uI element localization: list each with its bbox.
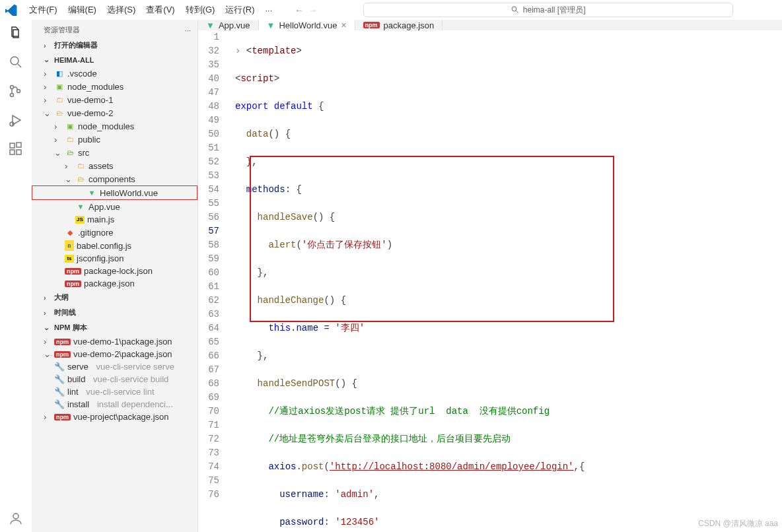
extensions-icon[interactable] bbox=[8, 141, 24, 157]
npm-serve[interactable]: 🔧serve vue-cli-service serve bbox=[32, 360, 197, 373]
menu-select[interactable]: 选择(S) bbox=[103, 3, 139, 17]
tree-src[interactable]: ⌄🗁src bbox=[32, 146, 197, 159]
tree-main-js[interactable]: JSmain.js bbox=[32, 213, 197, 226]
menu-file[interactable]: 文件(F) bbox=[25, 3, 61, 17]
watermark: CSDN @清风微凉 aaa bbox=[698, 518, 778, 529]
tree-package-json[interactable]: npmpackage.json bbox=[32, 277, 197, 290]
tree-vscode[interactable]: ›◧.vscode bbox=[32, 67, 197, 80]
tree-babel[interactable]: Bbabel.config.js bbox=[32, 239, 197, 252]
editor: ▼App.vue ▼HelloWorld.vue× npmpackage.jso… bbox=[198, 20, 782, 532]
sidebar: 资源管理器··· ›打开的编辑器 ⌄HEIMA-ALL ›◧.vscode ›▣… bbox=[32, 20, 198, 532]
tab-hello[interactable]: ▼HelloWorld.vue× bbox=[259, 20, 355, 30]
npm-build[interactable]: 🔧build vue-cli-service build bbox=[32, 373, 197, 385]
tree-vue-demo-1[interactable]: ›🗀vue-demo-1 bbox=[32, 93, 197, 106]
code[interactable]: › <template> <script> export default { d… bbox=[230, 30, 782, 532]
search-activity-icon[interactable] bbox=[8, 54, 24, 70]
workspace-section[interactable]: ⌄HEIMA-ALL bbox=[32, 53, 197, 67]
menubar: 文件(F) 编辑(E) 选择(S) 查看(V) 转到(G) 运行(R) ··· … bbox=[0, 0, 782, 20]
tree-assets[interactable]: ›🗀assets bbox=[32, 159, 197, 172]
svg-point-12 bbox=[13, 514, 18, 519]
tree-public[interactable]: ›🗀public bbox=[32, 133, 197, 146]
svg-rect-11 bbox=[17, 143, 21, 147]
tree-package-lock[interactable]: npmpackage-lock.json bbox=[32, 265, 197, 277]
nav-back-icon[interactable]: ← bbox=[295, 5, 303, 15]
tree-components[interactable]: ⌄🗁components bbox=[32, 172, 197, 185]
npm-install[interactable]: 🔧install install dependenci... bbox=[32, 398, 197, 411]
search-icon bbox=[511, 6, 519, 14]
nav-forward-icon[interactable]: → bbox=[308, 5, 317, 15]
git-icon[interactable] bbox=[8, 83, 24, 99]
menu-more[interactable]: ··· bbox=[261, 4, 276, 17]
account-icon[interactable] bbox=[8, 511, 24, 527]
svg-rect-8 bbox=[10, 143, 15, 148]
npm-lint[interactable]: 🔧lint vue-cli-service lint bbox=[32, 385, 197, 398]
svg-line-1 bbox=[516, 11, 518, 13]
menu-view[interactable]: 查看(V) bbox=[142, 3, 178, 17]
npm-pkg2[interactable]: ⌄npmvue-demo-2\package.json bbox=[32, 348, 197, 360]
svg-point-6 bbox=[17, 90, 20, 93]
tab-app[interactable]: ▼App.vue bbox=[198, 20, 259, 30]
svg-point-4 bbox=[11, 86, 14, 89]
debug-icon[interactable] bbox=[8, 112, 24, 128]
tree-node-modules-root[interactable]: ›▣node_modules bbox=[32, 80, 197, 93]
menu-run[interactable]: 运行(R) bbox=[221, 3, 258, 17]
menu-goto[interactable]: 转到(G) bbox=[182, 3, 219, 17]
tabs: ▼App.vue ▼HelloWorld.vue× npmpackage.jso… bbox=[198, 20, 782, 30]
svg-rect-9 bbox=[10, 150, 15, 154]
npm-pkg1[interactable]: ›npmvue-demo-1\package.json bbox=[32, 335, 197, 348]
svg-point-5 bbox=[11, 94, 14, 97]
svg-rect-10 bbox=[17, 150, 21, 154]
tree-app-vue[interactable]: ▼App.vue bbox=[32, 200, 197, 213]
tree-gitignore[interactable]: ◆.gitignore bbox=[32, 226, 197, 239]
svg-line-3 bbox=[18, 64, 21, 67]
explorer-icon[interactable] bbox=[8, 25, 24, 41]
gutter: 1323540474849505152535455565758596061626… bbox=[198, 30, 230, 532]
outline-section[interactable]: ›大纲 bbox=[32, 290, 197, 305]
svg-point-2 bbox=[11, 57, 18, 65]
npm-vue-project[interactable]: ›npmvue-project\package.json bbox=[32, 411, 197, 423]
npm-section[interactable]: ⌄NPM 脚本 bbox=[32, 320, 197, 335]
tree-vue-demo-2[interactable]: ⌄🗁vue-demo-2 bbox=[32, 106, 197, 119]
open-editors-section[interactable]: ›打开的编辑器 bbox=[32, 38, 197, 53]
sidebar-more-icon[interactable]: ··· bbox=[185, 26, 191, 34]
activity-bar bbox=[0, 20, 32, 532]
timeline-section[interactable]: ›时间线 bbox=[32, 305, 197, 320]
menu-edit[interactable]: 编辑(E) bbox=[64, 3, 100, 17]
code-area[interactable]: 1323540474849505152535455565758596061626… bbox=[198, 30, 782, 532]
search-text: heima-all [管理员] bbox=[523, 5, 586, 16]
tree-jsconfig[interactable]: tsjsconfig.json bbox=[32, 252, 197, 265]
vscode-logo bbox=[5, 4, 17, 16]
sidebar-header: 资源管理器··· bbox=[32, 20, 197, 38]
tab-pkg[interactable]: npmpackage.json bbox=[355, 20, 443, 30]
tree-helloworld[interactable]: ▼HelloWorld.vue bbox=[32, 185, 197, 200]
tree-node-modules[interactable]: ›▣node_modules bbox=[32, 119, 197, 133]
svg-point-0 bbox=[512, 7, 516, 11]
close-icon[interactable]: × bbox=[341, 20, 346, 30]
search-box[interactable]: heima-all [管理员] bbox=[363, 3, 733, 17]
